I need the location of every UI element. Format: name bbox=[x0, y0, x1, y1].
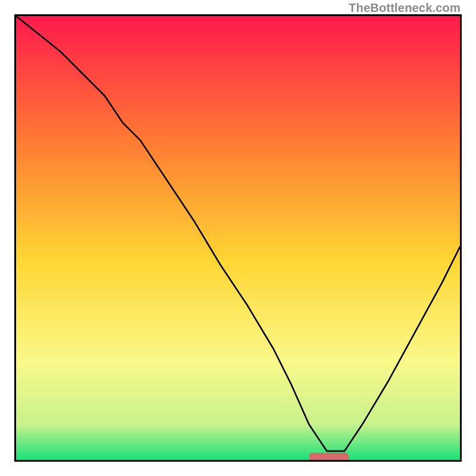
plot-area bbox=[14, 14, 462, 462]
watermark-text: TheBottleneck.com bbox=[349, 1, 461, 15]
trough-marker bbox=[309, 453, 349, 460]
bottleneck-curve bbox=[16, 16, 460, 451]
chart-frame: TheBottleneck.com bbox=[0, 0, 476, 476]
curve-layer bbox=[16, 16, 460, 460]
